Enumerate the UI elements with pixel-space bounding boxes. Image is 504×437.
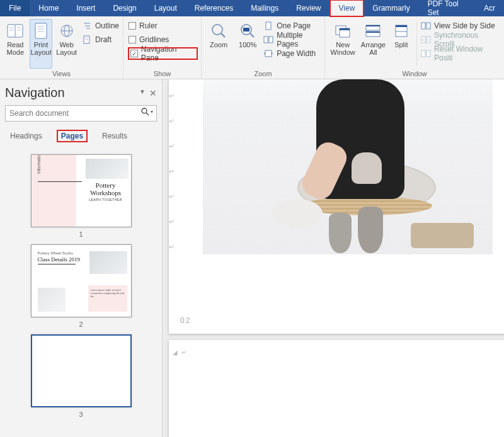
paragraph-marks: ↵↵↵↵↵↵↵ <box>169 83 175 259</box>
outline-button[interactable]: Outline <box>82 20 119 31</box>
thumb1-title: Pottery Workshops <box>86 181 126 196</box>
thumbnail-page-2[interactable]: Pottery Wheel Studio Class Details 2019 … <box>31 244 132 328</box>
checkbox-checked-icon <box>130 50 138 57</box>
tab-file[interactable]: File <box>0 0 30 16</box>
read-mode-label: Read Mode <box>7 41 25 56</box>
tab-insert[interactable]: Insert <box>67 0 104 16</box>
zoom-100-button[interactable]: 100% <box>234 19 261 69</box>
nav-dropdown-icon[interactable]: ▼ <box>139 88 146 98</box>
synchronous-scrolling-button[interactable]: Synchronous Scrolli <box>421 34 500 45</box>
sync-scroll-icon <box>421 35 431 44</box>
svg-point-44 <box>142 108 147 113</box>
view-side-by-side-label: View Side by Side <box>434 21 495 30</box>
nav-tab-pages[interactable]: Pages <box>57 130 87 142</box>
nav-tab-results[interactable]: Results <box>98 130 131 142</box>
view-side-by-side-button[interactable]: View Side by Side <box>421 20 500 31</box>
nav-tabs: Headings Pages Results <box>5 127 157 148</box>
tab-references[interactable]: References <box>186 0 242 16</box>
thumb2-overline: Pottery Wheel Studio <box>38 251 73 255</box>
document-page-1-lower: ↵↵↵↵↵↵↵ 02 <box>169 79 504 334</box>
svg-line-45 <box>146 113 149 115</box>
web-layout-button[interactable]: Web Layout <box>55 19 78 69</box>
print-layout-button[interactable]: Print Layout <box>30 19 53 69</box>
new-window-label: New Window <box>331 41 355 56</box>
page-width-label: Page Width <box>277 49 316 58</box>
arrange-all-label: Arrange All <box>361 41 386 56</box>
nav-tab-headings[interactable]: Headings <box>6 130 46 142</box>
zoom-100-icon <box>239 22 256 40</box>
tab-layout[interactable]: Layout <box>146 0 186 16</box>
one-page-icon <box>263 21 273 30</box>
outline-label: Outline <box>95 21 119 30</box>
thumb2-photo-placeholder <box>38 288 66 312</box>
print-layout-icon <box>32 22 50 40</box>
svg-rect-27 <box>265 50 272 57</box>
split-icon <box>392 22 410 40</box>
svg-line-20 <box>221 33 225 37</box>
draft-icon <box>82 35 92 44</box>
reset-window-position-button[interactable]: Reset Window Positi <box>421 48 500 59</box>
tab-review[interactable]: Review <box>287 0 329 16</box>
page-width-icon <box>263 49 273 58</box>
thumbnail-page-1[interactable]: Information Pottery Workshops LEARN TOGE… <box>31 154 132 238</box>
one-page-label: One Page <box>277 21 311 30</box>
tab-design[interactable]: Design <box>104 0 145 16</box>
tab-home[interactable]: Home <box>30 0 67 16</box>
search-icon[interactable]: ▾ <box>141 108 153 116</box>
ribbon: Read Mode Print Layout Web Layout <box>0 16 504 79</box>
tab-acrobat-truncated[interactable]: Acr <box>475 0 504 16</box>
page-number: 02 <box>180 316 191 325</box>
thumb1-info-label: Information <box>37 154 41 174</box>
tab-grammarly[interactable]: Grammarly <box>364 0 418 16</box>
tab-view[interactable]: View <box>330 0 364 16</box>
tab-mailings[interactable]: Mailings <box>242 0 287 16</box>
group-views-label: Views <box>4 69 119 79</box>
svg-rect-36 <box>396 25 407 27</box>
side-by-side-icon <box>421 21 431 30</box>
thumb1-number: 1 <box>31 230 132 238</box>
web-layout-icon <box>58 22 76 40</box>
main-area: Navigation ▼ ✕ ▾ Headings Pages Results … <box>0 79 504 437</box>
page-width-button[interactable]: Page Width <box>263 48 321 59</box>
svg-rect-25 <box>264 37 268 43</box>
document-page-2-top: ◢ ↵ <box>169 340 504 437</box>
reset-window-position-label: Reset Window Positi <box>434 45 500 62</box>
new-window-button[interactable]: New Window <box>329 19 357 69</box>
svg-rect-22 <box>243 28 249 31</box>
draft-label: Draft <box>95 35 112 44</box>
read-mode-button[interactable]: Read Mode <box>4 19 27 69</box>
arrange-all-button[interactable]: Arrange All <box>359 19 387 69</box>
gridlines-checkbox[interactable]: Gridlines <box>129 34 197 45</box>
web-layout-label: Web Layout <box>56 41 77 56</box>
svg-rect-26 <box>269 37 273 43</box>
svg-rect-43 <box>427 50 430 57</box>
svg-rect-24 <box>266 22 271 30</box>
close-icon[interactable]: ✕ <box>149 88 157 98</box>
svg-rect-38 <box>421 23 425 29</box>
svg-rect-42 <box>421 50 425 57</box>
navigation-pane-label: Navigation Pane <box>141 45 195 62</box>
navigation-pane-checkbox[interactable]: Navigation Pane <box>129 48 197 59</box>
svg-point-19 <box>212 25 222 35</box>
draft-button[interactable]: Draft <box>82 34 119 45</box>
tab-pdf-tool-set[interactable]: PDF Tool Set <box>419 0 475 16</box>
split-button[interactable]: Split <box>390 19 413 69</box>
navigation-title: Navigation <box>5 86 65 100</box>
pilcrow-icon: ↵ <box>178 349 186 356</box>
multiple-pages-icon <box>263 35 273 44</box>
thumb2-photo-placeholder <box>89 251 127 274</box>
page1-hero-photo <box>203 79 493 254</box>
ruler-checkbox[interactable]: Ruler <box>129 20 197 31</box>
thumbnail-page-3[interactable]: 3 <box>31 334 132 418</box>
multiple-pages-button[interactable]: Multiple Pages <box>263 34 321 45</box>
group-zoom: Zoom 100% One Page <box>202 16 325 79</box>
zoom-button[interactable]: Zoom <box>205 19 232 69</box>
search-input[interactable] <box>5 105 157 122</box>
document-area[interactable]: ↵↵↵↵↵↵↵ 02 ◢ ↵ <box>163 79 504 437</box>
thumb2-number: 2 <box>31 321 132 328</box>
one-page-button[interactable]: One Page <box>263 20 321 31</box>
checkbox-icon <box>129 36 136 43</box>
print-layout-label: Print Layout <box>30 41 51 56</box>
thumb1-photo-placeholder <box>86 159 129 179</box>
new-window-icon <box>334 22 352 40</box>
